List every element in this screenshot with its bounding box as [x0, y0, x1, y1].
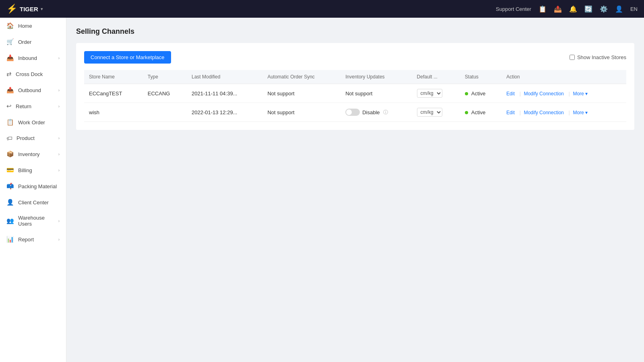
sidebar-label-work-order: Work Order: [18, 119, 60, 125]
billing-icon: 💳: [6, 167, 14, 174]
sidebar-item-packing[interactable]: 📫 Packing Material: [0, 178, 66, 194]
inventory-text-0: Not support: [345, 90, 372, 97]
export-icon[interactable]: 📤: [554, 5, 562, 13]
inventory-toggle-1[interactable]: [345, 109, 360, 116]
cell-last-modified-1: 2022-01-13 12:29...: [187, 103, 262, 122]
brand-name[interactable]: TIGER: [20, 6, 38, 12]
cell-status-1: Active: [460, 103, 502, 122]
sidebar-label-inventory: Inventory: [18, 151, 54, 157]
selling-channels-table: Store Name Type Last Modified Automatic …: [84, 70, 626, 122]
status-text-1: Active: [471, 109, 485, 115]
cell-store-name-0: ECCangTEST: [84, 84, 143, 103]
content-card: Connect a Store or Marketplace Show Inac…: [76, 43, 634, 130]
table-header: Store Name Type Last Modified Automatic …: [84, 70, 626, 84]
status-text-0: Active: [471, 90, 485, 97]
sidebar-item-order[interactable]: 🛒 Order: [0, 34, 66, 50]
main-layout: 🏠 Home 🛒 Order 📥 Inbound › ⇄ Cross Dock …: [0, 18, 644, 362]
col-status: Status: [460, 70, 502, 84]
clipboard-icon[interactable]: 📋: [539, 5, 547, 13]
sidebar-label-client: Client Center: [18, 200, 60, 206]
packing-icon: 📫: [6, 183, 14, 190]
sidebar-label-billing: Billing: [18, 167, 54, 173]
sidebar-item-inventory[interactable]: 📦 Inventory ›: [0, 146, 66, 162]
sidebar-label-outbound: Outbound: [18, 87, 54, 93]
report-icon: 📊: [6, 236, 14, 243]
sidebar-item-client[interactable]: 👤 Client Center: [0, 194, 66, 210]
client-icon: 👤: [6, 199, 14, 206]
sidebar-item-product[interactable]: 🏷 Product ›: [0, 130, 66, 146]
more-button-0[interactable]: More ▾: [573, 91, 588, 97]
language-selector[interactable]: EN: [630, 6, 638, 12]
warehouse-users-icon: 👥: [6, 217, 14, 224]
inbound-icon: 📥: [6, 54, 14, 62]
cell-type-1: [143, 103, 187, 122]
settings-icon[interactable]: ⚙️: [600, 5, 608, 13]
sidebar-item-warehouse-users[interactable]: 👥 Warehouse Users ›: [0, 210, 66, 231]
sidebar-item-inbound[interactable]: 📥 Inbound ›: [0, 50, 66, 66]
show-inactive-toggle[interactable]: Show Inactive Stores: [570, 54, 626, 60]
cell-inventory-1: Disable ⓘ: [341, 103, 412, 122]
col-action: Action: [502, 70, 626, 84]
sidebar: 🏠 Home 🛒 Order 📥 Inbound › ⇄ Cross Dock …: [0, 18, 66, 362]
cell-inventory-0: Not support: [341, 84, 412, 103]
top-navigation: ⚡ TIGER ▾ Support Center 📋 📤 🔔 🔄 ⚙️ 👤 EN: [0, 0, 644, 18]
return-icon: ↩: [6, 103, 12, 110]
report-chevron-icon: ›: [58, 237, 60, 242]
info-icon-1[interactable]: ⓘ: [383, 109, 388, 116]
status-dot-1: [465, 111, 468, 114]
cross-dock-icon: ⇄: [6, 70, 12, 78]
show-inactive-checkbox[interactable]: [570, 55, 575, 60]
cell-last-modified-0: 2021-11-11 04:39...: [187, 84, 262, 103]
sidebar-item-billing[interactable]: 💳 Billing ›: [0, 162, 66, 178]
sidebar-label-order: Order: [18, 39, 60, 45]
cell-action-1: Edit | Modify Connection | More ▾: [502, 103, 626, 122]
col-default: Default ...: [412, 70, 460, 84]
support-center-link[interactable]: Support Center: [496, 6, 531, 12]
sidebar-label-warehouse-users: Warehouse Users: [18, 215, 54, 227]
edit-link-1[interactable]: Edit: [506, 110, 515, 115]
table-row: ECCangTEST ECCANG 2021-11-11 04:39... No…: [84, 84, 626, 103]
inventory-icon: 📦: [6, 150, 14, 158]
sidebar-label-cross-dock: Cross Dock: [16, 71, 60, 77]
sidebar-item-report[interactable]: 📊 Report ›: [0, 231, 66, 247]
inbound-chevron-icon: ›: [58, 56, 60, 60]
col-inventory-updates: Inventory Updates: [341, 70, 412, 84]
sidebar-label-return: Return: [16, 103, 54, 109]
sidebar-label-inbound: Inbound: [18, 55, 54, 61]
billing-chevron-icon: ›: [58, 168, 60, 173]
sidebar-item-outbound[interactable]: 📤 Outbound ›: [0, 82, 66, 98]
sidebar-item-work-order[interactable]: 📋 Work Order: [0, 114, 66, 130]
modify-connection-link-0[interactable]: Modify Connection: [524, 91, 564, 97]
table-body: ECCangTEST ECCANG 2021-11-11 04:39... No…: [84, 84, 626, 122]
cell-action-0: Edit | Modify Connection | More ▾: [502, 84, 626, 103]
sidebar-item-return[interactable]: ↩ Return ›: [0, 98, 66, 114]
refresh-icon[interactable]: 🔄: [584, 5, 592, 13]
inventory-chevron-icon: ›: [58, 152, 60, 156]
user-icon[interactable]: 👤: [615, 5, 623, 13]
cell-auto-sync-0: Not support: [262, 84, 341, 103]
sidebar-item-home[interactable]: 🏠 Home: [0, 18, 66, 34]
edit-link-0[interactable]: Edit: [506, 91, 515, 97]
default-select-0[interactable]: cm/kg in/lb: [417, 89, 442, 98]
connect-store-button[interactable]: Connect a Store or Marketplace: [84, 51, 171, 64]
order-icon: 🛒: [6, 38, 14, 45]
product-icon: 🏷: [6, 135, 12, 142]
cell-type-0: ECCANG: [143, 84, 187, 103]
more-button-1[interactable]: More ▾: [573, 110, 588, 115]
show-inactive-label: Show Inactive Stores: [577, 54, 626, 60]
modify-connection-link-1[interactable]: Modify Connection: [524, 110, 564, 115]
cell-default-0[interactable]: cm/kg in/lb: [412, 84, 460, 103]
cell-default-1[interactable]: cm/kg in/lb: [412, 103, 460, 122]
toolbar: Connect a Store or Marketplace Show Inac…: [84, 51, 626, 64]
brand-chevron-icon[interactable]: ▾: [41, 6, 43, 12]
inventory-status-1: Disable: [362, 109, 380, 115]
notification-icon[interactable]: 🔔: [569, 5, 577, 13]
sidebar-label-packing: Packing Material: [18, 183, 60, 189]
sidebar-label-report: Report: [18, 237, 54, 243]
sidebar-item-cross-dock[interactable]: ⇄ Cross Dock: [0, 66, 66, 82]
default-select-1[interactable]: cm/kg in/lb: [417, 108, 442, 117]
col-auto-order-sync: Automatic Order Sync: [262, 70, 341, 84]
col-type: Type: [143, 70, 187, 84]
table-row: wish 2022-01-13 12:29... Not support Dis…: [84, 103, 626, 122]
outbound-icon: 📤: [6, 86, 14, 94]
